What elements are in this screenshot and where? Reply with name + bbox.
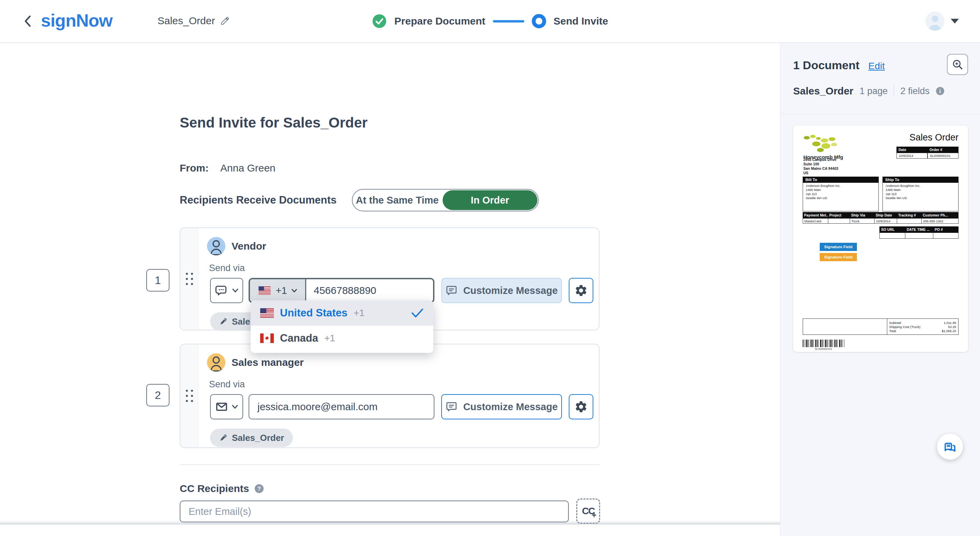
phone-number-input[interactable]: 45667888890 bbox=[306, 279, 433, 302]
message-icon bbox=[445, 285, 458, 297]
country-dial-code: +1 bbox=[353, 307, 364, 318]
receive-order-toggle[interactable]: At the Same Time In Order bbox=[352, 189, 539, 212]
gear-icon bbox=[574, 284, 588, 297]
recipient-2-number: 2 bbox=[146, 384, 169, 406]
preview-totals-table: Subtotal1,011.95 Shipping Cost (Truck)53… bbox=[803, 318, 959, 335]
sidebar-header: 1 Document Edit bbox=[793, 59, 885, 72]
email-address-input[interactable]: jessica.moore@email.com bbox=[248, 394, 434, 419]
help-chat-button[interactable] bbox=[937, 434, 963, 460]
footer-scroll-shadow bbox=[0, 520, 780, 524]
recipient-2-strip bbox=[180, 344, 199, 447]
add-cc-button[interactable]: CC+ bbox=[576, 498, 600, 524]
customize-message-label: Customize Message bbox=[463, 285, 557, 296]
us-flag-icon bbox=[259, 286, 271, 295]
preview-zoom-button[interactable] bbox=[947, 54, 968, 75]
help-icon[interactable]: ? bbox=[255, 484, 264, 493]
email-method-select[interactable] bbox=[210, 394, 243, 419]
document-sidebar: 1 Document Edit Sales_Order 1 page 2 fie… bbox=[780, 42, 980, 536]
from-row: From: Anna Green bbox=[180, 162, 275, 174]
message-icon bbox=[445, 401, 458, 413]
edit-documents-link[interactable]: Edit bbox=[869, 61, 885, 72]
step-send-invite: Send Invite bbox=[554, 15, 608, 27]
preview-payment-table: Payment Met... Project Ship Via Ship Dat… bbox=[803, 212, 959, 224]
country-code: +1 bbox=[275, 285, 287, 296]
step-prepare-document[interactable]: Prepare Document bbox=[395, 15, 485, 27]
preview-ship-to: Ship To Anderson Boughton Inc. 1465 Main… bbox=[883, 177, 959, 212]
preview-title: Sales Order bbox=[909, 132, 959, 143]
svg-text:?: ? bbox=[258, 485, 261, 492]
chevron-down-icon bbox=[232, 404, 239, 409]
recipient-settings-button[interactable] bbox=[569, 394, 593, 419]
sms-icon bbox=[215, 284, 229, 297]
receive-order-label: Recipients Receive Documents bbox=[180, 194, 337, 206]
magnifier-plus-icon bbox=[952, 59, 963, 70]
customize-message-button[interactable]: Customize Message bbox=[441, 278, 562, 303]
step-connector-line bbox=[493, 20, 524, 22]
chat-icon bbox=[943, 439, 957, 454]
phone-input-group: +1 45667888890 bbox=[248, 278, 434, 303]
country-dropdown: United States +1 Canada +1 bbox=[251, 301, 433, 353]
country-dial-code: +1 bbox=[324, 333, 335, 344]
recipient-settings-button[interactable] bbox=[569, 278, 593, 303]
attached-document-chip: Sales_Order bbox=[210, 429, 293, 447]
recipient-1-controls: +1 45667888890 Customize Message bbox=[210, 278, 593, 303]
sender-name: Anna Green bbox=[220, 162, 275, 174]
from-label: From: bbox=[180, 162, 209, 174]
gear-icon bbox=[574, 400, 588, 414]
toggle-same-time[interactable]: At the Same Time bbox=[353, 195, 442, 206]
preview-date-table: DateOrder # 10/6/2014SLS00000101 bbox=[896, 146, 959, 159]
cc-email-input[interactable] bbox=[180, 501, 569, 522]
document-preview-thumbnail[interactable]: Honeycomb Mfg 2955 Campus Drive Suite 10… bbox=[793, 126, 968, 352]
documents-count: 1 Document bbox=[793, 59, 860, 72]
preview-bill-to: Bill To Anderson Boughton Inc. 1465 Main… bbox=[803, 177, 879, 212]
page-count: 1 page bbox=[860, 86, 888, 97]
customize-message-label: Customize Message bbox=[463, 401, 557, 413]
footer-divider bbox=[0, 524, 780, 525]
meta-separator bbox=[894, 85, 894, 97]
preview-company-name: Honeycomb Mfg bbox=[803, 154, 843, 160]
back-chevron-icon bbox=[23, 14, 33, 28]
country-code-select[interactable]: +1 bbox=[250, 279, 306, 302]
signature-field-blue[interactable]: Signature Field bbox=[820, 243, 857, 251]
chip-document-name: Sales_Order bbox=[232, 433, 284, 443]
recipient-1-strip bbox=[180, 228, 199, 330]
account-menu[interactable] bbox=[926, 11, 959, 31]
rename-pencil-icon[interactable] bbox=[220, 16, 230, 25]
drag-handle[interactable] bbox=[186, 273, 193, 285]
recipient-1-role: Vendor bbox=[232, 240, 266, 252]
chevron-down-icon bbox=[291, 288, 298, 293]
user-avatar bbox=[926, 11, 945, 31]
step-active-ring-icon bbox=[531, 14, 546, 28]
selected-check-icon bbox=[411, 308, 424, 318]
info-icon[interactable] bbox=[935, 87, 945, 95]
signnow-logo[interactable]: signNow bbox=[41, 10, 113, 31]
document-name: Sales_Order bbox=[793, 85, 853, 97]
customize-message-button[interactable]: Customize Message bbox=[441, 394, 562, 419]
back-button[interactable] bbox=[20, 13, 36, 29]
sms-method-select[interactable] bbox=[210, 278, 243, 303]
recipient-2-role: Sales manager bbox=[232, 357, 304, 368]
main-pane: Send Invite for Sales_Order From: Anna G… bbox=[0, 42, 780, 536]
drag-handle[interactable] bbox=[186, 390, 193, 402]
preview-so-table: SO URL DATE TIME ... PO # bbox=[880, 226, 959, 239]
document-meta-row: Sales_Order 1 page 2 fields bbox=[793, 85, 945, 97]
progress-stepper: Prepare Document Send Invite bbox=[372, 0, 608, 42]
send-invite-page: signNow Sales_Order Prepare Document Sen… bbox=[0, 0, 980, 536]
send-via-label: Send via bbox=[209, 263, 245, 274]
country-name: Canada bbox=[280, 332, 318, 344]
page-title: Send Invite for Sales_Order bbox=[180, 115, 368, 131]
signature-field-orange[interactable]: Signature Field bbox=[820, 253, 857, 261]
honeycomb-logo-icon bbox=[803, 134, 841, 153]
cc-plus-icon: CC+ bbox=[582, 506, 594, 517]
country-option-canada[interactable]: Canada +1 bbox=[251, 326, 433, 351]
chevron-down-icon bbox=[232, 288, 239, 293]
recipient-2-avatar bbox=[207, 353, 225, 372]
caret-down-icon bbox=[951, 19, 959, 24]
toggle-in-order[interactable]: In Order bbox=[442, 190, 538, 210]
country-option-united-states[interactable]: United States +1 bbox=[251, 301, 433, 326]
field-count: 2 fields bbox=[900, 86, 929, 97]
barcode-text: SLS00000101 bbox=[803, 347, 844, 350]
pen-document-icon bbox=[219, 317, 228, 326]
recipient-2-controls: jessica.moore@email.com Customize Messag… bbox=[210, 394, 593, 419]
cc-section-divider bbox=[180, 464, 600, 465]
